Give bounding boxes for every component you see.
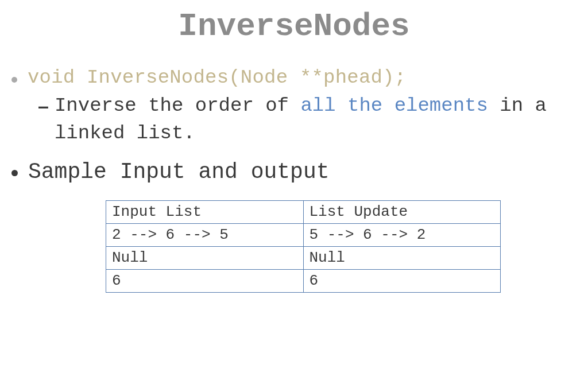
table-row: Null Null: [106, 247, 501, 270]
table-row: 6 6: [106, 270, 501, 293]
bullet-sample-heading: Sample Input and output: [11, 160, 571, 184]
sample-table: Input List List Update 2 --> 6 --> 5 5 -…: [106, 200, 501, 293]
table-cell: 6: [106, 270, 304, 293]
table-row: 2 --> 6 --> 5 5 --> 6 --> 2: [106, 224, 501, 247]
slide-body: void InverseNodes(Node **phead); – Inver…: [0, 67, 588, 293]
dash-icon: –: [38, 92, 49, 119]
table-header-row: Input List List Update: [106, 201, 501, 224]
table-header-input: Input List: [106, 201, 304, 224]
sample-heading: Sample Input and output: [28, 160, 330, 184]
slide: InverseNodes void InverseNodes(Node **ph…: [0, 0, 588, 392]
sample-table-wrap: Input List List Update 2 --> 6 --> 5 5 -…: [11, 200, 571, 293]
bullet-description: – Inverse the order of all the elements …: [38, 92, 571, 147]
table-cell: 5 --> 6 --> 2: [303, 224, 501, 247]
function-signature: void InverseNodes(Node **phead);: [28, 67, 406, 88]
description-prefix: Inverse the order of: [55, 95, 300, 117]
table-cell: Null: [303, 247, 501, 270]
description-text: Inverse the order of all the elements in…: [55, 92, 571, 147]
bullet-signature: void InverseNodes(Node **phead);: [11, 67, 571, 88]
bullet-dot-icon: [11, 170, 18, 176]
table-cell: 6: [303, 270, 501, 293]
table-header-update: List Update: [303, 201, 501, 224]
page-title: InverseNodes: [0, 8, 588, 45]
bullet-dot-icon: [11, 77, 17, 83]
description-highlight: all the elements: [300, 95, 488, 117]
table-cell: Null: [106, 247, 304, 270]
table-cell: 2 --> 6 --> 5: [106, 224, 304, 247]
